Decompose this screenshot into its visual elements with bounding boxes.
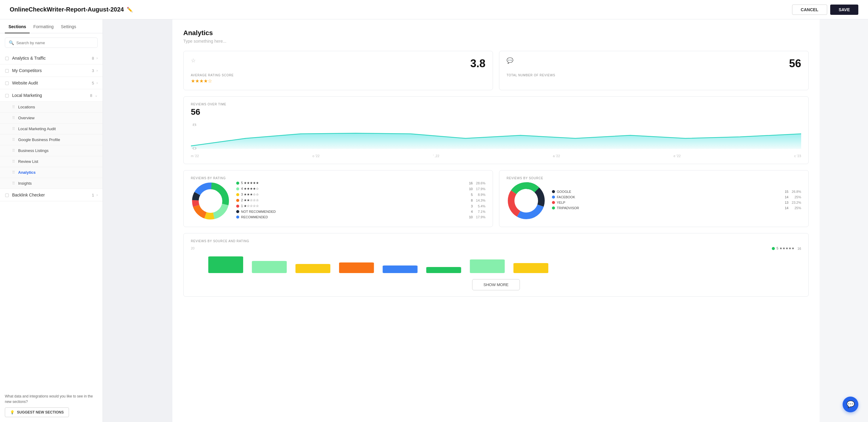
y-max-label: 20 — [191, 246, 194, 250]
svg-rect-15 — [208, 256, 243, 273]
reviews-by-source-and-rating-label: REVIEWS BY SOURCE AND RATING — [191, 240, 801, 243]
legend-dot — [552, 196, 555, 199]
suggest-new-sections-button[interactable]: 💡 SUGGEST NEW SECTIONS — [5, 407, 69, 417]
legend-item: GOOGLE 15 26.8% — [552, 190, 801, 193]
search-box: 🔍 — [5, 37, 98, 48]
folder-icon: ▢ — [5, 68, 9, 73]
sub-item-analytics[interactable]: ⠿ Analytics — [0, 167, 102, 178]
chevron-down-icon: ⌄ — [95, 93, 98, 97]
svg-rect-20 — [426, 267, 461, 273]
right-spacer — [819, 19, 868, 422]
rating-card: ☆ 3.8 AVERAGE RATING SCORE ★★★★☆ — [183, 51, 493, 90]
folder-icon: ▢ — [5, 192, 9, 198]
sub-item-google-business-profile[interactable]: ⠿ Google Business Profile — [0, 134, 102, 145]
page-subtitle: Type something here... — [183, 39, 809, 44]
legend-item: 4 ★★★★☆ 10 17.9% — [236, 187, 486, 191]
sidebar: Sections Formatting Settings 🔍 ▢ Analyti… — [0, 19, 103, 422]
svg-text:8: 8 — [192, 123, 196, 126]
save-button[interactable]: SAVE — [830, 4, 858, 15]
legend-item: FACEBOOK 14 25% — [552, 195, 801, 199]
search-input[interactable] — [16, 40, 94, 45]
legend-dot — [236, 181, 239, 185]
svg-text:0: 0 — [192, 147, 196, 150]
legend-dot — [236, 205, 239, 208]
suggest-section: What data and integrations would you lik… — [0, 389, 102, 422]
search-icon: 🔍 — [9, 40, 14, 45]
sidebar-item-backlink-checker[interactable]: ▢ Backlink Checker 1 › — [0, 189, 102, 201]
donut-legend-source: GOOGLE 15 26.8% FACEBOOK 14 25% YE — [552, 190, 801, 212]
bulb-icon: 💡 — [10, 410, 14, 415]
reviews-card: 💬 56 TOTAL NUMBER OF REVIEWS — [499, 51, 809, 90]
svg-rect-16 — [252, 261, 287, 273]
show-more-row: SHOW MORE — [191, 279, 801, 290]
sidebar-item-website-audit[interactable]: ▢ Website Audit 5 › — [0, 77, 102, 89]
donut-chart-source — [506, 181, 546, 220]
bottom-legend: 5 ★★★★★ 16 — [772, 246, 801, 250]
reviews-over-time-total: 56 — [191, 107, 801, 117]
chat-button[interactable]: 💬 — [843, 397, 858, 412]
rating-stars: ★★★★☆ — [191, 78, 486, 84]
legend-dot — [772, 247, 775, 250]
bar-chart-svg — [191, 250, 801, 275]
rating-value: 3.8 — [470, 57, 486, 70]
stat-cards: ☆ 3.8 AVERAGE RATING SCORE ★★★★☆ 💬 56 TO… — [183, 51, 809, 90]
main-layout: Sections Formatting Settings 🔍 ▢ Analyti… — [0, 19, 868, 422]
header-left: OnlineCheckWriter-Report-August-2024 ✏️ — [10, 6, 133, 13]
tab-sections[interactable]: Sections — [5, 19, 30, 33]
sub-item-review-list[interactable]: ⠿ Review List — [0, 156, 102, 167]
chat-icon: 💬 — [846, 400, 855, 409]
donut-row-source: GOOGLE 15 26.8% FACEBOOK 14 25% YE — [506, 181, 801, 220]
reviews-label: TOTAL NUMBER OF REVIEWS — [506, 74, 801, 77]
svg-rect-21 — [470, 259, 505, 273]
svg-rect-22 — [514, 263, 548, 273]
main-content: Analytics Type something here... ☆ 3.8 A… — [173, 19, 819, 422]
chevron-right-icon: › — [96, 56, 98, 60]
legend-dot — [552, 201, 555, 204]
sub-item-local-marketing-audit[interactable]: ⠿ Local Marketing Audit — [0, 123, 102, 134]
sub-item-business-listings[interactable]: ⠿ Business Listings — [0, 145, 102, 156]
area-chart-svg: 8 0 — [191, 122, 801, 152]
sidebar-item-analytics-traffic[interactable]: ▢ Analytics & Traffic 8 › — [0, 52, 102, 64]
drag-handle-icon: ⠿ — [12, 126, 15, 131]
drag-handle-icon: ⠿ — [12, 148, 15, 153]
donut-legend-rating: 5 ★★★★★ 16 28.6% 4 ★★★★☆ 10 17.9% — [236, 181, 486, 221]
folder-icon: ▢ — [5, 93, 9, 98]
cancel-button[interactable]: CANCEL — [792, 4, 827, 15]
sidebar-tabs: Sections Formatting Settings — [0, 19, 102, 33]
legend-dot — [236, 199, 239, 202]
chevron-right-icon: › — [96, 68, 98, 73]
suggest-text: What data and integrations would you lik… — [5, 394, 98, 404]
legend-item: RECOMMENDED 10 17.9% — [236, 215, 486, 219]
tab-settings[interactable]: Settings — [57, 19, 80, 33]
drag-handle-icon: ⠿ — [12, 105, 15, 109]
sub-item-locations[interactable]: ⠿ Locations — [0, 102, 102, 113]
reviews-by-source-and-rating-card: REVIEWS BY SOURCE AND RATING 20 5 ★★★★★ … — [183, 233, 809, 297]
sub-item-insights[interactable]: ⠿ Insights — [0, 178, 102, 189]
tab-formatting[interactable]: Formatting — [30, 19, 57, 33]
legend-dot — [236, 188, 239, 190]
report-title: OnlineCheckWriter-Report-August-2024 — [10, 6, 124, 13]
sidebar-item-my-competitors[interactable]: ▢ My Competitors 3 › — [0, 64, 102, 77]
comment-icon: 💬 — [506, 57, 513, 64]
legend-dot — [236, 216, 239, 219]
reviews-by-source-label: REVIEWS BY SOURCE — [506, 176, 801, 180]
drag-handle-icon: ⠿ — [12, 170, 15, 175]
folder-icon: ▢ — [5, 55, 9, 61]
reviews-by-rating-card: REVIEWS BY RATING — [183, 170, 493, 227]
edit-icon[interactable]: ✏️ — [127, 7, 133, 12]
sidebar-item-local-marketing[interactable]: ▢ Local Marketing 8 ⌄ — [0, 89, 102, 102]
reviews-by-source-card: REVIEWS BY SOURCE GOOGLE — [499, 170, 809, 227]
show-more-button[interactable]: SHOW MORE — [472, 279, 520, 290]
page-title: Analytics — [183, 29, 809, 37]
sub-item-overview[interactable]: ⠿ Overview — [0, 113, 102, 123]
legend-item: 3 ★★★☆☆ 5 8.9% — [236, 193, 486, 196]
drag-handle-icon: ⠿ — [12, 159, 15, 164]
star-outline-icon: ☆ — [191, 57, 196, 64]
drag-handle-icon: ⠿ — [12, 116, 15, 120]
legend-dot — [236, 210, 239, 213]
donut-row-rating: 5 ★★★★★ 16 28.6% 4 ★★★★☆ 10 17.9% — [191, 181, 486, 221]
legend-item: 2 ★★☆☆☆ 8 14.3% — [236, 198, 486, 202]
center-spacer — [103, 19, 173, 422]
reviews-value: 56 — [789, 57, 801, 70]
reviews-over-time-card: REVIEWS OVER TIME 56 8 0 m '22 o '22 — [183, 96, 809, 164]
